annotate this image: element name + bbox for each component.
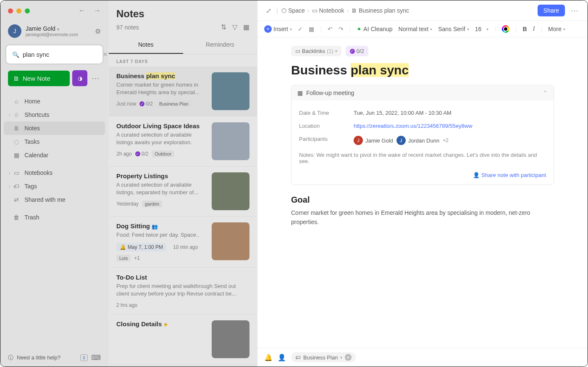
nav-forward-button[interactable]: →	[93, 6, 101, 15]
note-thumbnail	[212, 320, 249, 358]
task-icon-button[interactable]: ✓	[298, 26, 303, 32]
nav-icon: ☆	[13, 111, 20, 118]
bell-icon: 🔔	[120, 244, 126, 250]
notes-count: 97 notes	[116, 24, 139, 31]
nav-item-tags[interactable]: ›🏷Tags	[4, 180, 105, 193]
note-title: Business plan sync	[116, 72, 207, 79]
toolbar: +Insert▾ ✓ ▦ | ↶ ↷ | ✦AI Cleanup Normal …	[257, 21, 588, 37]
note-card[interactable]: Business plan syncCorner market for gree…	[109, 66, 257, 116]
share-button[interactable]: Share	[538, 5, 565, 16]
note-snippet: A curated selection of available listing…	[116, 181, 207, 196]
reminder-chip: 🔔May 7, 1:00 PM	[116, 243, 166, 251]
search-input[interactable]	[23, 51, 102, 58]
new-note-button[interactable]: 🗎New Note	[8, 71, 70, 86]
meeting-location-link[interactable]: https://zereatlors.zoom.us/1223456789/55…	[354, 123, 472, 129]
note-card[interactable]: Closing Details★	[109, 314, 257, 364]
text-style-select[interactable]: Normal text▾	[399, 26, 433, 32]
participant[interactable]: JJamie Gold	[354, 136, 393, 145]
note-time: 2h ago	[116, 151, 132, 157]
breadcrumb-item[interactable]: ▭Notebook	[312, 7, 344, 14]
note-tag[interactable]: 🏷Business Plan▾✕	[291, 352, 356, 362]
meeting-header[interactable]: ▦Follow-up meeting⌃	[291, 85, 554, 100]
nav-item-notebooks[interactable]: ›▭Notebooks	[4, 166, 105, 180]
note-title: Property Listings	[116, 172, 207, 180]
nav-back-button[interactable]: ←	[78, 6, 86, 15]
minimize-window-button[interactable]	[16, 8, 21, 13]
nav-item-shortcuts[interactable]: ›☆Shortcuts	[4, 108, 105, 121]
insert-button[interactable]: +Insert▾	[264, 25, 292, 33]
bold-button[interactable]: B	[523, 26, 527, 32]
nav-item-calendar[interactable]: ›▦Calendar	[4, 148, 105, 162]
nav-item-tasks[interactable]: ›◌Tasks	[4, 135, 105, 148]
nav-item-shared-with-me[interactable]: ›⇄Shared with me	[4, 193, 105, 206]
add-reminder-button[interactable]: 🔔	[264, 354, 273, 362]
font-size-select[interactable]: 16▾	[475, 26, 489, 32]
tab-notes[interactable]: Notes	[109, 36, 183, 54]
chevron-down-icon: ▾	[57, 27, 59, 32]
close-window-button[interactable]	[8, 8, 13, 13]
new-more-button[interactable]: ⋯	[90, 74, 101, 83]
nav-icon: ⌂	[13, 98, 20, 105]
note-title[interactable]: Business plan sync	[291, 63, 554, 77]
nav-item-home[interactable]: ›⌂Home	[4, 95, 105, 108]
ai-cleanup-button[interactable]: ✦AI Cleanup	[357, 26, 392, 32]
nav-icon: ▭	[13, 169, 20, 176]
calendar-icon: ▦	[297, 90, 303, 96]
tab-reminders[interactable]: Reminders	[183, 36, 257, 54]
expand-note-button[interactable]: ⤢	[264, 5, 273, 16]
backlinks-chip[interactable]: ▭Backlinks (1)▾	[291, 46, 341, 56]
tag-chip: Luis	[116, 255, 131, 261]
new-task-button[interactable]: ◑	[72, 70, 87, 86]
nav-item-notes[interactable]: ›🗎Notes	[4, 121, 105, 135]
add-person-button[interactable]: 👤	[278, 354, 286, 362]
nav-label: Shared with me	[24, 196, 65, 203]
note-thumbnail	[212, 222, 249, 260]
account-switcher[interactable]: J Jamie Gold▾ jamiegold@evernote.com ⚙	[0, 21, 108, 43]
tag-chip: Outdoor	[152, 150, 174, 157]
clear-search-button[interactable]: ✕	[102, 50, 108, 58]
toolbar-more-button[interactable]: More▾	[548, 26, 565, 32]
breadcrumb-item[interactable]: ⬡Space	[281, 7, 305, 14]
undo-button[interactable]: ↶	[328, 26, 333, 32]
breadcrumb: ⬡Space›▭Notebook›🗎Business plan sync	[281, 7, 409, 14]
note-time: 10 min ago	[173, 244, 198, 250]
note-thumbnail	[212, 122, 249, 160]
keyboard-icon[interactable]: ⌨	[91, 354, 101, 362]
share-with-participants-link[interactable]: 👤Share note with participant	[473, 172, 546, 178]
help-link[interactable]: Need a little help?	[17, 354, 60, 361]
text-color-button[interactable]	[502, 25, 509, 33]
note-card[interactable]: Dog Sitting👥Food: Feed twice per day. Sp…	[109, 217, 257, 268]
italic-button[interactable]: I	[533, 26, 535, 32]
note-card[interactable]: Property ListingsA curated selection of …	[109, 166, 257, 217]
note-thumbnail	[212, 72, 249, 110]
note-snippet: Corner market for green homes in Emerald…	[116, 81, 207, 96]
goal-body[interactable]: Corner market for green homes in Emerald…	[291, 208, 554, 227]
tag-chip: garden	[142, 201, 162, 207]
note-more-button[interactable]: ⋯	[568, 6, 581, 15]
view-toggle-button[interactable]: ▦	[243, 23, 249, 31]
note-card[interactable]: To-Do ListPrep for client meeting and wa…	[109, 268, 257, 314]
search-icon: 🔍	[12, 51, 19, 58]
goal-heading[interactable]: Goal	[291, 195, 554, 205]
tasks-chip[interactable]: ✓0/2	[346, 46, 368, 56]
remove-tag-button[interactable]: ✕	[345, 354, 352, 361]
settings-button[interactable]: ⚙	[95, 27, 101, 35]
font-select[interactable]: Sans Serif▾	[438, 26, 469, 32]
calendar-icon-button[interactable]: ▦	[309, 26, 314, 32]
nav-item-trash[interactable]: ›🗑Trash	[4, 211, 105, 224]
notes-list[interactable]: Business plan syncCorner market for gree…	[109, 66, 257, 367]
avatar: J	[354, 136, 363, 145]
sort-button[interactable]: ⇅	[221, 23, 226, 31]
redo-button[interactable]: ↷	[339, 26, 344, 32]
breadcrumb-item[interactable]: 🗎Business plan sync	[351, 7, 409, 14]
task-badge: ✓0/2	[139, 101, 153, 107]
chevron-right-icon: ›	[9, 184, 10, 189]
more-participants[interactable]: +2	[443, 137, 449, 143]
search-box[interactable]: 🔍 ✕	[6, 45, 102, 63]
note-card[interactable]: Outdoor Living Space IdeasA curated sele…	[109, 116, 257, 166]
avatar: J	[396, 136, 406, 145]
maximize-window-button[interactable]	[25, 8, 30, 13]
participant[interactable]: JJordan Dunn	[396, 136, 439, 145]
filter-button[interactable]: ▽	[232, 23, 237, 31]
notification-badge[interactable]: 6	[80, 354, 88, 361]
